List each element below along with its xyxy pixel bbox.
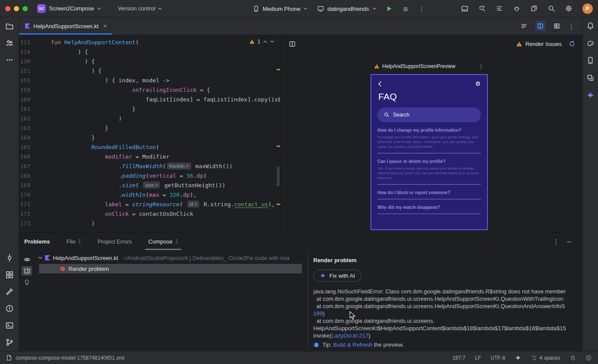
problems-tab-compose[interactable]: Compose1 (146, 233, 179, 250)
ai-search-icon[interactable] (478, 5, 486, 12)
line-number[interactable]: 166 (19, 152, 30, 162)
show-details-toggle[interactable] (22, 266, 32, 276)
editor-tab[interactable]: HelpAndSupportScreen.kt × (19, 17, 112, 35)
structure-icon[interactable] (496, 5, 503, 12)
stack-trace-link[interactable]: LazyDsl.kt:217 (332, 332, 368, 339)
line-number[interactable]: 155 (19, 76, 30, 85)
code-line[interactable]: .size( size = getButtonHeight()) (51, 181, 280, 190)
settings-gear-icon[interactable] (565, 5, 572, 12)
code-line[interactable]: onClick = contactUsOnClick (51, 209, 280, 219)
gemini-icon[interactable] (586, 91, 595, 99)
line-number[interactable]: 165 (19, 143, 30, 152)
next-warning-icon[interactable] (270, 40, 274, 43)
commit-icon[interactable] (5, 254, 14, 262)
code-line[interactable]: ) { (51, 47, 280, 57)
line-number[interactable]: 124 (19, 47, 30, 57)
code-line[interactable]: fun HelpAndSupportContent( (51, 38, 280, 47)
code-line[interactable]: ) { (51, 66, 280, 76)
debug-button[interactable] (402, 5, 409, 12)
version-control-menu[interactable]: Version control (118, 5, 162, 12)
statusbar-file-name[interactable]: compose-compose-model-1758748140651.xml (16, 355, 124, 361)
line-number[interactable]: 169 (19, 181, 30, 190)
project-selector[interactable]: SC Screen2Compose (37, 4, 101, 13)
line-number[interactable]: 161 (19, 104, 30, 114)
line-number[interactable]: 172 (19, 209, 30, 219)
run-button[interactable] (386, 5, 393, 12)
code-editor[interactable]: 1111241301511551591601611621631641651661… (19, 35, 281, 232)
line-number[interactable]: 168 (19, 171, 30, 181)
run-configuration-selector[interactable]: datingandfriends (317, 5, 376, 12)
inspections-widget[interactable]: 1 (249, 39, 274, 45)
problems-tool-icon[interactable] (5, 304, 14, 313)
editor-options-icon[interactable]: ⋮ (568, 23, 575, 29)
file-encoding[interactable]: UTF-8 (491, 355, 505, 361)
code-line[interactable]: } (51, 124, 280, 133)
caret-position[interactable]: 197:7 (452, 355, 465, 361)
code-line[interactable]: ) (51, 114, 280, 124)
panel-options-icon[interactable]: ⋮ (553, 238, 559, 245)
line-separator[interactable]: LF (475, 355, 481, 361)
quick-fix-icon[interactable] (22, 278, 32, 287)
inspections-status-icon[interactable] (585, 354, 592, 361)
device-mirroring-icon[interactable] (530, 5, 538, 12)
more-run-options-icon[interactable]: ⋮ (419, 6, 425, 12)
stack-trace-link[interactable]: 199 (313, 310, 323, 317)
code-line[interactable]: RoundedFilledButton( (51, 143, 280, 152)
notifications-bell-icon[interactable] (586, 22, 595, 30)
close-window-button[interactable] (5, 6, 10, 11)
lock-icon[interactable] (570, 354, 576, 361)
hide-panel-icon[interactable]: ─ (567, 238, 571, 245)
problems-tab-project-errors[interactable]: Project Errors (96, 233, 133, 250)
line-number[interactable]: 163 (19, 124, 30, 133)
line-number[interactable]: 167 (19, 162, 30, 171)
line-number[interactable]: 170 (19, 190, 30, 200)
line-number[interactable]: 130 (19, 57, 30, 66)
close-tab-icon[interactable]: × (103, 23, 107, 29)
minimize-window-button[interactable] (14, 6, 19, 11)
code-line[interactable]: onTrailingIconClick = { (51, 85, 280, 95)
code-line[interactable]: .padding(vertical = 36.dp) (51, 171, 280, 181)
code-view-toggle[interactable] (519, 21, 529, 31)
gradle-icon[interactable] (586, 39, 595, 47)
warning-stripe-mark[interactable] (276, 146, 280, 147)
build-icon[interactable] (5, 287, 14, 296)
running-devices-icon[interactable] (461, 5, 468, 12)
project-folder-icon[interactable] (5, 22, 14, 30)
code-line[interactable]: .fillMaxWidth(fraction = maxWidth()) (51, 162, 280, 171)
line-number[interactable]: 164 (19, 133, 30, 143)
warning-stripe-mark[interactable] (276, 69, 280, 70)
preview-layout-icon[interactable] (289, 40, 296, 48)
line-number[interactable]: 151 (19, 66, 30, 76)
more-tool-windows-icon[interactable] (5, 55, 14, 64)
ai-status-icon[interactable] (515, 354, 521, 361)
render-issues-button[interactable]: Render Issues (516, 41, 562, 47)
git-branch-icon[interactable] (5, 338, 14, 347)
device-manager-icon[interactable] (586, 56, 595, 65)
editor-scrollbar[interactable] (277, 166, 280, 186)
build-refresh-link[interactable]: Build & Refresh (333, 341, 372, 348)
build-refresh-button[interactable] (569, 40, 575, 47)
code-line[interactable]: modifier = Modifier (51, 152, 280, 162)
code-line[interactable]: ) { index, model -> (51, 76, 280, 85)
problems-tab-file[interactable]: File1 (65, 233, 83, 250)
problems-file-row[interactable]: HelpAndSupportScreen.kt ~/AndroidStudioP… (35, 253, 308, 263)
code-line[interactable]: } (51, 133, 280, 143)
line-number[interactable]: 159 (19, 85, 30, 95)
layout-inspector-icon[interactable] (586, 74, 595, 82)
terminal-icon[interactable] (5, 321, 14, 330)
line-number[interactable]: 171 (19, 200, 30, 209)
zoom-window-button[interactable] (23, 6, 28, 11)
code-line[interactable]: label = stringResource( id = R.string.co… (51, 200, 280, 209)
indent-widget[interactable]: 4 spaces (531, 355, 560, 361)
resource-manager-icon[interactable] (5, 39, 14, 47)
fix-with-ai-button[interactable]: Fix with AI (313, 270, 361, 282)
device-selector[interactable]: Medium Phone (253, 5, 308, 12)
line-number[interactable]: 162 (19, 114, 30, 124)
user-avatar[interactable]: P (582, 3, 593, 14)
code-line[interactable]: } (51, 104, 280, 114)
line-number[interactable]: 173 (19, 219, 30, 228)
warning-stripe-mark[interactable] (276, 204, 280, 205)
prev-warning-icon[interactable] (263, 40, 267, 43)
editor-code[interactable]: fun HelpAndSupportContent( ) { ) { ) { )… (51, 38, 280, 228)
services-icon[interactable] (5, 270, 14, 279)
